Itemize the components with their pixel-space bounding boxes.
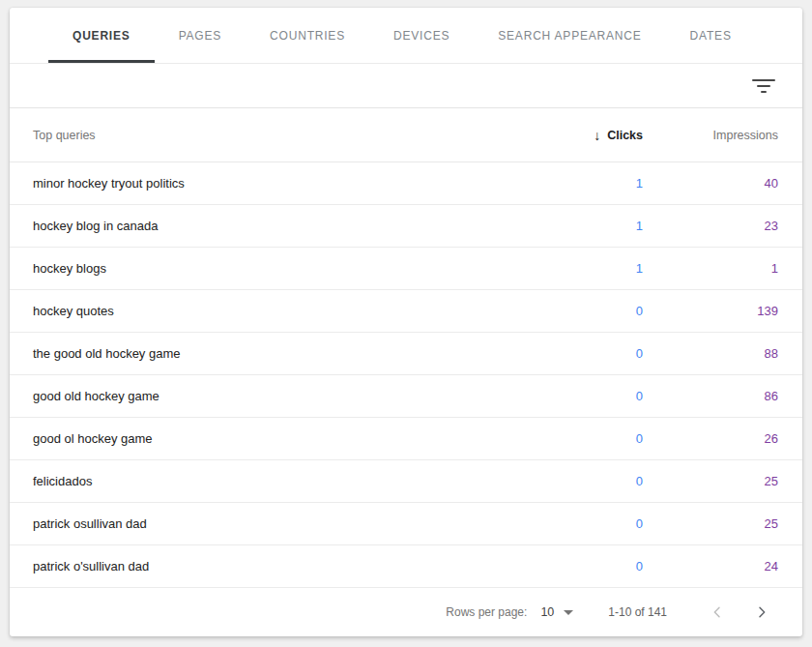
chevron-left-icon (710, 604, 725, 620)
rows-per-page-value: 10 (540, 605, 554, 619)
next-page-button[interactable] (750, 601, 773, 624)
query-cell: felicidados (33, 474, 536, 488)
rows-per-page-select[interactable]: 10 (540, 605, 573, 619)
tab-search-appearance[interactable]: SEARCH APPEARANCE (474, 8, 665, 63)
filter-toolbar (10, 64, 802, 108)
previous-page-button[interactable] (706, 601, 729, 624)
column-header-top-queries[interactable]: Top queries (33, 129, 536, 142)
table-row[interactable]: patrick osullivan dad 0 25 (10, 503, 802, 545)
impressions-cell: 25 (643, 474, 778, 488)
tab-label: QUERIES (72, 29, 130, 43)
page-range-label: 1-10 of 141 (608, 605, 667, 619)
column-header-impressions[interactable]: Impressions (643, 129, 778, 142)
table-row[interactable]: hockey blog in canada 1 23 (10, 205, 802, 248)
query-cell: hockey blogs (33, 261, 536, 276)
impressions-cell: 40 (643, 176, 778, 191)
clicks-cell: 1 (536, 176, 643, 191)
impressions-cell: 26 (643, 431, 778, 446)
tab-pages[interactable]: PAGES (155, 8, 246, 63)
clicks-cell: 0 (536, 346, 643, 361)
performance-report-card: QUERIES PAGES COUNTRIES DEVICES SEARCH A… (10, 8, 802, 636)
impressions-cell: 139 (643, 304, 778, 318)
clicks-cell: 0 (536, 304, 643, 318)
table-row[interactable]: felicidados 0 25 (10, 460, 802, 503)
query-cell: minor hockey tryout politics (33, 176, 536, 191)
table-row[interactable]: good old hockey game 0 86 (10, 375, 802, 418)
tab-label: DATES (690, 29, 732, 43)
table-row[interactable]: hockey blogs 1 1 (10, 248, 802, 290)
table-row[interactable]: minor hockey tryout politics 1 40 (10, 162, 802, 205)
query-cell: good old hockey game (33, 389, 536, 403)
clicks-cell: 0 (536, 516, 643, 531)
pagination-bar: Rows per page: 10 1-10 of 141 (10, 588, 802, 636)
table-row[interactable]: the good old hockey game 0 88 (10, 333, 802, 375)
clicks-cell: 0 (536, 474, 643, 488)
dimension-tabbar: QUERIES PAGES COUNTRIES DEVICES SEARCH A… (10, 8, 802, 64)
tab-devices[interactable]: DEVICES (369, 8, 474, 63)
table-header-row: Top queries ↓ Clicks Impressions (10, 108, 802, 162)
impressions-cell: 24 (643, 559, 778, 573)
query-cell: the good old hockey game (33, 346, 536, 361)
tab-countries[interactable]: COUNTRIES (246, 8, 369, 63)
table-row[interactable]: patrick o'sullivan dad 0 24 (10, 545, 802, 588)
filter-list-icon[interactable] (752, 77, 775, 95)
tab-queries[interactable]: QUERIES (48, 8, 155, 63)
clicks-cell: 0 (536, 389, 643, 403)
tab-label: PAGES (179, 29, 221, 43)
clicks-cell: 0 (536, 559, 643, 573)
chevron-right-icon (754, 604, 769, 620)
impressions-cell: 88 (643, 346, 778, 361)
tab-label: DEVICES (393, 29, 450, 43)
query-cell: hockey blog in canada (33, 219, 536, 233)
tab-dates[interactable]: DATES (666, 8, 756, 63)
clicks-cell: 1 (536, 219, 643, 233)
tab-label: COUNTRIES (270, 29, 345, 43)
query-cell: patrick o'sullivan dad (33, 559, 536, 573)
dropdown-arrow-icon (564, 610, 573, 615)
clicks-cell: 1 (536, 261, 643, 276)
table-row[interactable]: hockey quotes 0 139 (10, 290, 802, 333)
table-row[interactable]: good ol hockey game 0 26 (10, 418, 802, 460)
rows-per-page-label: Rows per page: (446, 605, 527, 619)
clicks-header-label: Clicks (607, 129, 643, 142)
clicks-cell: 0 (536, 431, 643, 446)
impressions-cell: 23 (643, 219, 778, 233)
sort-descending-icon: ↓ (594, 128, 600, 143)
tab-label: SEARCH APPEARANCE (498, 29, 641, 43)
query-cell: hockey quotes (33, 304, 536, 318)
impressions-cell: 86 (643, 389, 778, 403)
impressions-cell: 25 (643, 516, 778, 531)
impressions-cell: 1 (643, 261, 778, 276)
query-cell: patrick osullivan dad (33, 516, 536, 531)
column-header-clicks[interactable]: ↓ Clicks (536, 128, 643, 143)
query-cell: good ol hockey game (33, 431, 536, 446)
